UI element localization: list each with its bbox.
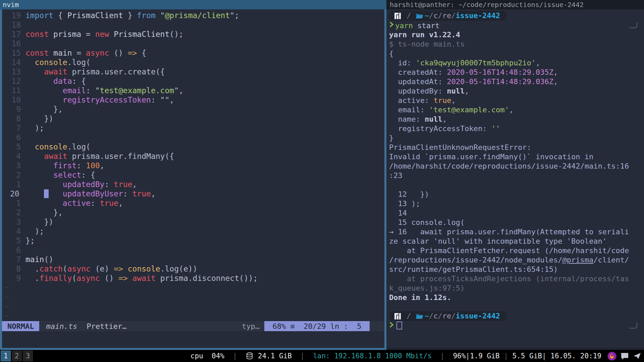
line-number: 9 bbox=[2, 274, 25, 283]
line-number: 18 bbox=[2, 20, 25, 29]
terminal-row: } bbox=[389, 133, 644, 143]
editor-line: 1 updatedBy: true, bbox=[2, 180, 384, 189]
statusbar-text: 24.1 GiB bbox=[254, 352, 292, 360]
editor-line: 6 bbox=[2, 245, 384, 255]
terminal-row: active: true, bbox=[389, 96, 644, 105]
statusbar-text: 1.9 GiB bbox=[470, 352, 500, 360]
code-text: first: 100, bbox=[25, 161, 104, 170]
statusbar-text: | bbox=[292, 352, 313, 360]
terminal-pane[interactable]: / ~/c/re/issue-2442yarn startyarn run v1… bbox=[386, 9, 644, 350]
editor-line: 13 await prisma.user.create({ bbox=[2, 67, 384, 76]
editor-line: 19import { PrismaClient } from "@prisma/… bbox=[2, 11, 384, 20]
terminal-row: yarn start bbox=[389, 21, 644, 30]
vim-statusline: NORMAL main.ts Prettier… typ… 68% ≡ 20/2… bbox=[2, 321, 384, 331]
terminal-row: name: null, bbox=[389, 115, 644, 124]
database-icon bbox=[246, 352, 253, 360]
prompt-path-row: / ~/c/re/issue-2442 bbox=[389, 11, 644, 21]
editor-line: 20 updatedByUser: true, bbox=[2, 189, 384, 198]
terminal-row: updatedBy: null, bbox=[389, 86, 644, 96]
editor-line: 3 }) bbox=[2, 217, 384, 227]
statusbar-text: 96% bbox=[453, 352, 466, 360]
nvim-titlebar[interactable]: nvim bbox=[0, 0, 386, 9]
terminal-row: 13 ); bbox=[389, 199, 644, 208]
statusbar-text: 16.05. 20:19 bbox=[546, 352, 601, 360]
editor-line: 5}; bbox=[2, 236, 384, 245]
line-number: 8 bbox=[2, 264, 25, 274]
line-number: 3 bbox=[2, 217, 25, 227]
terminal-row: ze scalar 'null' with incompatible type … bbox=[389, 237, 644, 246]
editor-line: 2 select: { bbox=[2, 170, 384, 180]
chat-icon[interactable] bbox=[621, 352, 629, 360]
code-text: }, bbox=[25, 208, 63, 217]
editor-line: 14 console.log( bbox=[2, 58, 384, 67]
editor-line: 9 .finally(async () => await prisma.disc… bbox=[2, 274, 384, 283]
send-icon[interactable] bbox=[633, 352, 641, 360]
terminal-row: 15 console.log( bbox=[389, 218, 644, 227]
line-number: 11 bbox=[2, 86, 25, 95]
vim-cursor bbox=[44, 189, 49, 198]
window-terminal: harshit@panther: ~/code/reproductions/is… bbox=[386, 0, 644, 350]
statusbar-text: | bbox=[542, 352, 546, 360]
line-number: 19 bbox=[2, 11, 25, 20]
folder-icon bbox=[416, 13, 423, 19]
editor-pane[interactable]: 19import { PrismaClient } from "@prisma/… bbox=[0, 9, 386, 350]
statusbar-text: | bbox=[466, 352, 470, 360]
workspace-button-2[interactable]: 2 bbox=[12, 351, 22, 361]
nontext-tilde: ~ bbox=[2, 292, 9, 302]
editor-line: 17const prisma = new PrismaClient(); bbox=[2, 29, 384, 39]
prompt-path-pill: / ~/c/re/issue-2442 bbox=[389, 11, 507, 21]
terminal-row: /home/harshit/code/reproductions/issue-2… bbox=[389, 162, 644, 171]
code-text: console.log( bbox=[25, 58, 91, 67]
tiling-windows: nvim 19import { PrismaClient } from "@pr… bbox=[0, 0, 644, 350]
chev-icon bbox=[389, 321, 394, 328]
terminal-row: 12 }) bbox=[389, 190, 644, 199]
editor-line: 6 bbox=[2, 133, 384, 142]
terminal-titlebar[interactable]: harshit@panther: ~/code/reproductions/is… bbox=[386, 0, 644, 9]
terminal-row: src/runtime/getPrismaClient.ts:654:15) bbox=[389, 265, 644, 274]
line-number: 9 bbox=[2, 105, 25, 114]
editor-lines: 19import { PrismaClient } from "@prisma/… bbox=[2, 9, 384, 321]
prompt-path-row: / ~/c/re/issue-2442 bbox=[389, 311, 644, 322]
line-number: 7 bbox=[2, 255, 25, 264]
editor-empty-line: ~ bbox=[2, 292, 384, 302]
nontext-tilde: ~ bbox=[2, 283, 9, 292]
folder-icon bbox=[416, 313, 423, 319]
terminal-cursor bbox=[396, 321, 402, 329]
code-text: main() bbox=[25, 255, 53, 264]
terminal-row: createdAt: 2020-05-16T14:48:29.035Z, bbox=[389, 68, 644, 77]
terminal-row: → 16 await prisma.user.findMany(Attempte… bbox=[389, 227, 644, 237]
statusbar-modules: cpu 04% | 24.1 GiB | lan: 192.168.1.8 10… bbox=[191, 352, 601, 360]
terminal-row bbox=[389, 321, 644, 330]
code-text: console.log( bbox=[25, 142, 91, 152]
statusbar-text: | bbox=[432, 352, 453, 360]
code-text: registryAccessToken: "", bbox=[25, 95, 174, 105]
line-number: 1 bbox=[2, 198, 25, 208]
statusbar-text: | bbox=[224, 352, 246, 360]
code-text: select: { bbox=[25, 170, 95, 180]
line-number: 2 bbox=[2, 208, 25, 217]
editor-line: 12 data: { bbox=[2, 76, 384, 86]
editor-line: 3 first: 100, bbox=[2, 161, 384, 170]
terminal-row: 14 bbox=[389, 208, 644, 218]
window-nvim: nvim 19import { PrismaClient } from "@pr… bbox=[0, 0, 386, 350]
line-number: 1 bbox=[2, 180, 25, 189]
line-number: 14 bbox=[2, 58, 25, 67]
line-number: 10 bbox=[2, 95, 25, 105]
prompt-path-pill: / ~/c/re/issue-2442 bbox=[389, 311, 507, 321]
line-number: 4 bbox=[2, 227, 25, 236]
terminal-row: k_queues.js:97:5) bbox=[389, 284, 644, 293]
terminal-row: email: 'test@example.com', bbox=[389, 105, 644, 115]
line-number: 15 bbox=[2, 48, 25, 58]
workspace-button-3[interactable]: 3 bbox=[23, 351, 33, 361]
code-text: await prisma.user.findMany({ bbox=[25, 152, 174, 161]
fire-icon[interactable] bbox=[607, 352, 616, 361]
workspace-button-1[interactable]: 1 bbox=[1, 351, 11, 361]
line-number: 8 bbox=[2, 114, 25, 123]
code-text: .finally(async () => await prisma.discon… bbox=[25, 274, 258, 283]
desktop-screen: nvim 19import { PrismaClient } from "@pr… bbox=[0, 0, 644, 362]
statusbar-text: | bbox=[500, 352, 513, 360]
line-number: 5 bbox=[2, 236, 25, 245]
status-bar: 123 cpu 04% | 24.1 GiB | lan: 192.168.1.… bbox=[0, 350, 644, 362]
code-text: import { PrismaClient } from "@prisma/cl… bbox=[25, 11, 239, 20]
terminal-row: Invalid `prisma.user.findMany()` invocat… bbox=[389, 152, 644, 162]
